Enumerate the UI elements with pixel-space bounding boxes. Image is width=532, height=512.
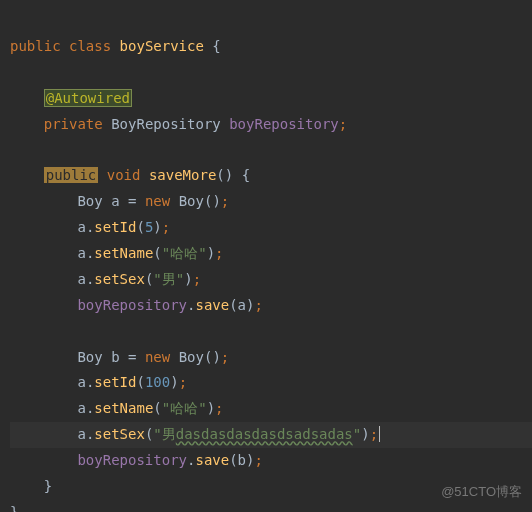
semicolon: ; (339, 116, 347, 132)
equals: = (128, 193, 136, 209)
variable: a (111, 193, 119, 209)
semicolon: ; (254, 452, 262, 468)
code-line: a.setId(5); (10, 219, 170, 235)
argument: a (238, 297, 246, 313)
code-line: a.setName("哈哈"); (10, 400, 224, 416)
object: a (77, 400, 85, 416)
method-call: setId (94, 374, 136, 390)
class-name: boyService (120, 38, 204, 54)
object: a (77, 245, 85, 261)
keyword-public: public (10, 38, 61, 54)
type: Boy (77, 193, 102, 209)
rparen: ) (207, 245, 215, 261)
annotation-autowired: @Autowired (44, 89, 132, 107)
lparen: ( (229, 452, 237, 468)
brace: } (44, 478, 52, 494)
semicolon: ; (254, 297, 262, 313)
brace: { (212, 38, 220, 54)
keyword-new: new (145, 349, 170, 365)
object: a (77, 271, 85, 287)
constructor: Boy (179, 193, 204, 209)
lparen: ( (153, 245, 161, 261)
string-literal: "哈哈" (162, 400, 207, 416)
field-ref: boyRepository (77, 297, 187, 313)
string-literal: "哈哈" (162, 245, 207, 261)
semicolon: ; (215, 245, 223, 261)
code-line: a.setSex("男"); (10, 271, 201, 287)
brace: } (10, 504, 18, 512)
code-line: public void saveMore() { (10, 167, 250, 183)
semicolon: ; (179, 374, 187, 390)
brace: { (242, 167, 250, 183)
code-line: @Autowired (10, 89, 132, 107)
constructor: Boy (179, 349, 204, 365)
rparen: ) (361, 426, 369, 442)
semicolon: ; (370, 426, 378, 442)
code-line: a.setId(100); (10, 374, 187, 390)
method-call: save (195, 452, 229, 468)
semicolon: ; (221, 349, 229, 365)
string-part: " (353, 426, 361, 442)
lparen: ( (153, 400, 161, 416)
string-literal: "男" (153, 271, 184, 287)
code-line: Boy b = new Boy(); (10, 349, 229, 365)
type: BoyRepository (111, 116, 221, 132)
keyword-new: new (145, 193, 170, 209)
rparen: ) (153, 219, 161, 235)
parens: () (216, 167, 233, 183)
method-name: saveMore (149, 167, 216, 183)
object: a (77, 219, 85, 235)
semicolon: ; (193, 271, 201, 287)
string-part: "男 (153, 426, 175, 442)
code-line: a.setName("哈哈"); (10, 245, 224, 261)
code-editor[interactable]: public class boyService { @Autowired pri… (0, 0, 532, 512)
rparen: ) (170, 374, 178, 390)
field: boyRepository (229, 116, 339, 132)
typo-underline: dasdasdasdasdsadsadas (176, 426, 353, 442)
keyword-private: private (44, 116, 103, 132)
code-line: } (10, 478, 52, 494)
equals: = (128, 349, 136, 365)
lparen: ( (136, 219, 144, 235)
keyword-public-highlighted: public (44, 167, 99, 183)
rparen: ) (207, 400, 215, 416)
type: Boy (77, 349, 102, 365)
lparen: ( (136, 374, 144, 390)
code-line: public class boyService { (10, 38, 221, 54)
method-call: setName (94, 245, 153, 261)
method-call: setSex (94, 271, 145, 287)
semicolon: ; (221, 193, 229, 209)
keyword-class: class (69, 38, 111, 54)
code-line: } (10, 504, 18, 512)
keyword-void: void (107, 167, 141, 183)
method-call: save (195, 297, 229, 313)
method-call: setId (94, 219, 136, 235)
semicolon: ; (162, 219, 170, 235)
string-literal: "男dasdasdasdasdsadsadas" (153, 426, 361, 442)
code-line: boyRepository.save(a); (10, 297, 263, 313)
field-ref: boyRepository (77, 452, 187, 468)
code-line: Boy a = new Boy(); (10, 193, 229, 209)
text-cursor (379, 426, 380, 442)
code-line: private BoyRepository boyRepository; (10, 116, 347, 132)
semicolon: ; (215, 400, 223, 416)
method-call: setSex (94, 426, 145, 442)
object: a (77, 426, 85, 442)
parens: () (204, 193, 221, 209)
variable: b (111, 349, 119, 365)
object: a (77, 374, 85, 390)
current-line: a.setSex("男dasdasdasdasdsadsadas"); (10, 422, 532, 448)
number-literal: 100 (145, 374, 170, 390)
method-call: setName (94, 400, 153, 416)
parens: () (204, 349, 221, 365)
code-line: boyRepository.save(b); (10, 452, 263, 468)
lparen: ( (229, 297, 237, 313)
argument: b (238, 452, 246, 468)
rparen: ) (184, 271, 192, 287)
